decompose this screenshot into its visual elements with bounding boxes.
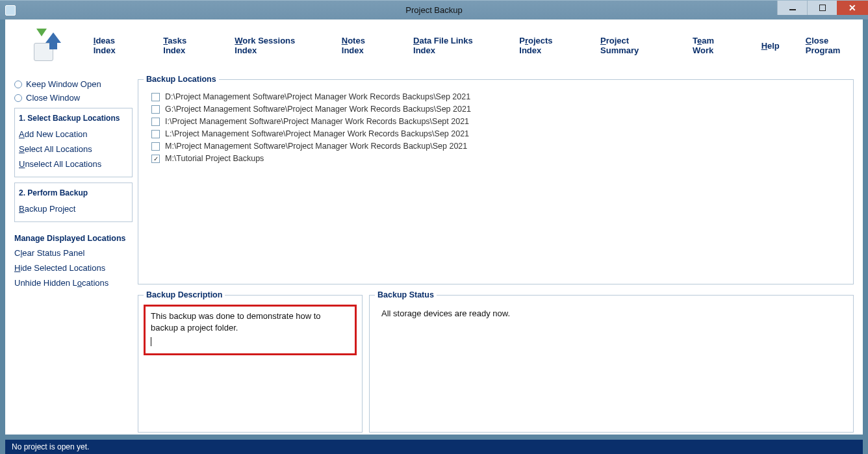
sidebar-hide-selected-locations[interactable]: Hide Selected Locations: [14, 260, 133, 275]
group-legend: Backup Description: [144, 290, 225, 299]
sidebar-unselect-all-locations[interactable]: Unselect All Locations: [19, 157, 128, 171]
location-path: G:\Project Management Software\Project M…: [165, 105, 471, 114]
menu-ideas-index[interactable]: Ideas Index: [94, 36, 138, 55]
close-button[interactable]: ✕: [837, 1, 868, 15]
sidebar: Keep Window Open Close Window 1. Select …: [14, 79, 133, 290]
group-legend: Backup Locations: [144, 75, 219, 84]
close-icon: ✕: [849, 3, 856, 12]
menu-tasks-index[interactable]: Tasks Index: [163, 36, 209, 55]
sidebar-group-select-locations: 1. Select Backup Locations Add New Locat…: [14, 108, 133, 177]
group-legend: Backup Status: [375, 290, 437, 299]
location-row[interactable]: ✓M:\Tutorial Project Backups: [151, 154, 847, 163]
app-icon: [5, 5, 16, 16]
checkbox-icon: [151, 142, 160, 151]
menu-project-summary[interactable]: Project Summary: [600, 36, 667, 55]
description-textarea[interactable]: This backup was done to demonstrate how …: [144, 305, 357, 355]
location-path: M:\Project Management Software\Project M…: [165, 142, 467, 151]
maximize-icon: [819, 5, 826, 11]
titlebar: Project Backup ✕: [0, 0, 868, 19]
radio-icon: [14, 81, 22, 88]
backup-icon: [31, 30, 61, 61]
location-row[interactable]: L:\Project Management Software\Project M…: [151, 129, 847, 138]
text-cursor: [151, 337, 151, 346]
statusbar-text: No project is open yet.: [12, 442, 89, 451]
sidebar-group-perform-backup: 2. Perform Backup Backup Project: [14, 183, 133, 222]
minimize-button[interactable]: [777, 1, 807, 15]
checkbox-icon: [151, 118, 160, 126]
sidebar-group-title: 1. Select Backup Locations: [19, 114, 128, 123]
window-controls: ✕: [777, 1, 868, 15]
group-backup-status: Backup Status All storage devices are re…: [369, 295, 854, 433]
group-backup-locations: Backup Locations D:\Project Management S…: [138, 79, 854, 284]
content-area: Ideas Index Tasks Index Work Sessions In…: [5, 19, 863, 435]
minimize-icon: [789, 9, 796, 10]
checkbox-icon: [151, 130, 160, 138]
menu-data-file-links-index[interactable]: Data File Links Index: [413, 36, 493, 55]
menu-close-program[interactable]: Close Program: [806, 36, 863, 55]
maximize-button[interactable]: [807, 1, 837, 15]
window-title: Project Backup: [0, 5, 868, 15]
checkbox-icon: [151, 105, 160, 114]
location-row[interactable]: I:\Project Management Software\Project M…: [151, 117, 847, 126]
menu-projects-index[interactable]: Projects Index: [519, 36, 574, 55]
group-backup-description: Backup Description This backup was done …: [138, 295, 363, 433]
sidebar-group-title: 2. Perform Backup: [19, 188, 128, 197]
status-text: All storage devices are ready now.: [376, 305, 847, 322]
description-text: This backup was done to demonstrate how …: [151, 311, 321, 333]
checkbox-icon: ✓: [151, 155, 160, 163]
radio-keep-window-open[interactable]: Keep Window Open: [14, 79, 133, 89]
radio-icon: [14, 94, 22, 102]
sidebar-select-all-locations[interactable]: Select All Locations: [19, 142, 128, 157]
location-row[interactable]: M:\Project Management Software\Project M…: [151, 142, 847, 151]
location-row[interactable]: D:\Project Management Software\Project M…: [151, 92, 847, 101]
sidebar-clear-status-panel[interactable]: Clear Status Panel: [14, 246, 133, 260]
menu-work-sessions-index[interactable]: Work Sessions Index: [235, 36, 315, 55]
toolbar: Ideas Index Tasks Index Work Sessions In…: [5, 19, 863, 71]
location-path: L:\Project Management Software\Project M…: [165, 129, 469, 138]
sidebar-unhide-hidden-locations[interactable]: Unhide Hidden Locations: [14, 275, 133, 290]
sidebar-backup-project[interactable]: Backup Project: [19, 201, 128, 216]
radio-close-window[interactable]: Close Window: [14, 93, 133, 103]
location-row[interactable]: G:\Project Management Software\Project M…: [151, 105, 847, 114]
location-path: I:\Project Management Software\Project M…: [165, 117, 469, 126]
sidebar-manage-heading: Manage Displayed Locations: [14, 234, 133, 243]
menu-team-work[interactable]: Team Work: [693, 36, 735, 55]
sidebar-add-new-location[interactable]: Add New Location: [19, 127, 128, 142]
location-path: M:\Tutorial Project Backups: [165, 154, 264, 163]
location-path: D:\Project Management Software\Project M…: [165, 92, 470, 101]
statusbar: No project is open yet.: [5, 440, 863, 454]
menu-help[interactable]: Help: [761, 41, 780, 51]
menu-notes-index[interactable]: Notes Index: [342, 36, 387, 55]
locations-list: D:\Project Management Software\Project M…: [145, 92, 847, 163]
checkbox-icon: [151, 93, 160, 101]
